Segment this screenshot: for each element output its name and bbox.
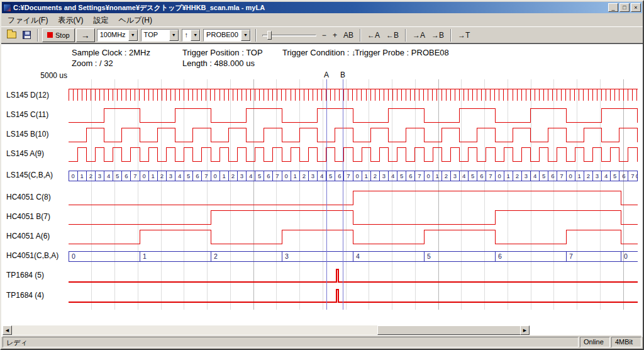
svg-text:0: 0: [71, 172, 74, 179]
svg-text:3: 3: [98, 172, 101, 179]
goto-b-left-button[interactable]: ←B: [383, 30, 402, 41]
svg-text:4: 4: [604, 172, 608, 179]
menu-settings[interactable]: 設定: [88, 14, 113, 27]
open-file-button[interactable]: [4, 29, 18, 42]
svg-text:2: 2: [445, 172, 448, 179]
svg-text:0: 0: [284, 172, 287, 179]
svg-text:4: 4: [320, 172, 323, 179]
svg-text:1: 1: [365, 172, 368, 179]
svg-text:5: 5: [187, 172, 190, 179]
channel-label[interactable]: LS145 D(12): [6, 91, 49, 101]
goto-trigger-button[interactable]: →T: [455, 30, 473, 41]
scroll-right-icon[interactable]: ▶: [520, 325, 530, 335]
horizontal-scrollbar[interactable]: ◀ ▶: [3, 325, 530, 335]
zoom-in-button[interactable]: +: [330, 30, 340, 41]
svg-text:4: 4: [391, 172, 394, 179]
trigger-edge-select[interactable]: ↑ ▼: [182, 29, 201, 42]
svg-text:0: 0: [569, 172, 572, 179]
svg-text:7: 7: [347, 172, 350, 179]
svg-text:6: 6: [409, 172, 412, 179]
svg-text:3: 3: [382, 172, 386, 179]
stop-button[interactable]: Stop: [42, 28, 75, 42]
channel-label[interactable]: LS145 B(10): [6, 130, 48, 140]
svg-text:0: 0: [213, 172, 216, 179]
svg-text:7: 7: [204, 172, 208, 179]
maximize-button[interactable]: □: [619, 3, 630, 12]
chevron-down-icon[interactable]: ▼: [241, 30, 250, 41]
svg-text:4: 4: [533, 172, 536, 179]
channel-label[interactable]: LS145 C(11): [6, 110, 48, 120]
minimize-button[interactable]: _: [608, 3, 618, 12]
run-button[interactable]: →: [76, 28, 95, 42]
menu-file[interactable]: ファイル(F): [3, 14, 53, 27]
svg-text:3: 3: [240, 172, 243, 179]
channel-label[interactable]: HC4051 B(7): [6, 212, 50, 222]
zoom-out-button[interactable]: −: [319, 30, 330, 41]
save-button[interactable]: [19, 29, 33, 42]
goto-a-left-button[interactable]: ←A: [364, 30, 383, 41]
svg-text:5: 5: [542, 172, 545, 179]
zoom-slider-thumb[interactable]: [267, 31, 272, 40]
menu-view[interactable]: 表示(V): [53, 14, 88, 27]
svg-text:6: 6: [551, 172, 554, 179]
cursor-label[interactable]: B: [340, 71, 345, 79]
chevron-down-icon[interactable]: ▼: [191, 30, 200, 41]
close-button[interactable]: ×: [631, 3, 641, 12]
status-online: Online: [580, 337, 610, 347]
cursor-label[interactable]: A: [324, 71, 329, 79]
svg-text:3: 3: [525, 172, 528, 179]
svg-text:0: 0: [636, 172, 638, 179]
toolbar-separator: [450, 29, 452, 42]
svg-text:7: 7: [418, 172, 421, 179]
channel-label[interactable]: LS145 A(9): [6, 149, 44, 159]
channel-label[interactable]: HC4051 C(8): [6, 193, 51, 203]
svg-text:0: 0: [497, 172, 501, 179]
svg-text:7: 7: [489, 172, 492, 179]
svg-text:5: 5: [116, 172, 119, 179]
waveform-canvas[interactable]: 0123456701234567012345670123456701234567…: [69, 79, 638, 310]
trigger-position-select[interactable]: TOP ▼: [141, 29, 179, 42]
channel-label[interactable]: TP1684 (4): [6, 291, 44, 301]
svg-text:7: 7: [560, 172, 563, 179]
run-arrow-icon: →: [81, 30, 90, 40]
svg-text:5: 5: [258, 172, 261, 179]
zoom-ab-button[interactable]: AB: [340, 30, 357, 41]
channel-label[interactable]: HC4051(C,B,A): [6, 251, 58, 261]
svg-text:6: 6: [480, 172, 483, 179]
svg-text:6: 6: [498, 252, 502, 260]
svg-text:2: 2: [303, 172, 306, 179]
svg-text:2: 2: [516, 172, 519, 179]
channel-label[interactable]: TP1684 (5): [6, 271, 44, 281]
window-title: C:¥Documents and Settings¥noname¥デスクトップ¥…: [13, 3, 608, 13]
channel-label[interactable]: LS145(C,B,A): [6, 171, 53, 181]
sample-clock-select[interactable]: 100MHz ▼: [97, 29, 138, 42]
sample-clock-info: Sample Clock : 2MHz: [72, 48, 150, 57]
scrollbar-thumb[interactable]: [377, 325, 521, 335]
trigger-probe-select[interactable]: PROBE00 ▼: [203, 29, 251, 42]
scroll-left-icon[interactable]: ◀: [3, 325, 12, 335]
svg-text:5: 5: [613, 172, 616, 179]
chevron-down-icon[interactable]: ▼: [128, 30, 138, 41]
toolbar: Stop → 100MHz ▼ TOP ▼ ↑ ▼ PROBE00 ▼ − + …: [1, 26, 643, 43]
goto-a-right-button[interactable]: →A: [409, 30, 428, 41]
channel-label[interactable]: HC4051 A(6): [6, 232, 50, 242]
zoom-info: Zoom : / 32: [72, 59, 113, 68]
zoom-slider[interactable]: [262, 30, 316, 41]
svg-text:0: 0: [72, 252, 75, 260]
goto-b-right-button[interactable]: →B: [428, 30, 447, 41]
titlebar[interactable]: C:¥Documents and Settings¥noname¥デスクトップ¥…: [2, 2, 642, 13]
toolbar-separator: [360, 29, 361, 42]
chevron-down-icon[interactable]: ▼: [169, 30, 179, 41]
svg-text:6: 6: [338, 172, 341, 179]
svg-text:3: 3: [453, 172, 457, 179]
svg-text:5: 5: [329, 172, 332, 179]
menu-help[interactable]: ヘルプ(H): [113, 14, 157, 27]
floppy-icon: [23, 31, 31, 39]
app-icon: [3, 4, 11, 12]
length-info: Length : 488.000 us: [182, 59, 255, 68]
svg-text:1: 1: [143, 252, 147, 260]
svg-text:3: 3: [285, 252, 289, 260]
svg-text:1: 1: [507, 172, 510, 179]
svg-text:6: 6: [622, 172, 625, 179]
channel-labels: LS145 D(12)LS145 C(11)LS145 B(10)LS145 A…: [1, 79, 69, 310]
